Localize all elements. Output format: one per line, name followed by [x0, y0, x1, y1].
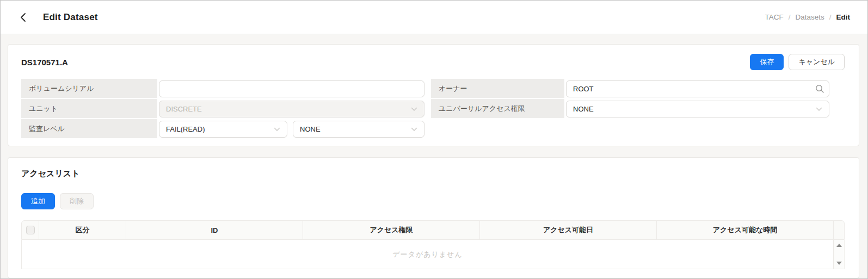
page-title: Edit Dataset	[43, 12, 98, 23]
table-body: データがありません	[21, 240, 845, 269]
volume-serial-field	[157, 79, 431, 99]
access-list-table: 区分 ID アクセス権限 アクセス可能日 アクセス可能な時間 データがありません	[21, 220, 845, 269]
audit-level-secondary-value: NONE	[300, 125, 321, 133]
audit-level-label: 監査レベル	[21, 119, 157, 139]
triangle-up-icon	[836, 244, 842, 247]
chevron-down-icon	[274, 127, 280, 132]
form-row-unit-uacc: ユニット DISCRETE ユニバーサルアクセス権限 NONE	[21, 99, 845, 119]
audit-level-field: FAIL(READ) NONE	[157, 119, 431, 139]
breadcrumb-separator: /	[789, 13, 791, 21]
chevron-left-icon	[20, 13, 26, 22]
page: Edit Dataset TACF / Datasets / Edit DS17…	[0, 0, 868, 279]
unit-select-value: DISCRETE	[166, 105, 202, 113]
back-button[interactable]	[20, 10, 32, 24]
form-row-audit-spacer	[431, 119, 845, 139]
universal-access-label: ユニバーサルアクセス権限	[431, 99, 564, 119]
content-area: DS170571.A 保存 キャンセル ボリュームシリアル オーナー	[1, 34, 867, 278]
breadcrumb-item-edit: Edit	[836, 13, 851, 21]
column-header-accessible-time: アクセス可能な時間	[656, 221, 833, 239]
dataset-name: DS170571.A	[21, 58, 68, 67]
owner-input-wrap	[566, 80, 829, 97]
search-icon	[815, 84, 824, 94]
column-header-accessible-date: アクセス可能日	[479, 221, 656, 239]
universal-access-select-value: NONE	[573, 105, 594, 113]
breadcrumb-item-tacf[interactable]: TACF	[765, 13, 783, 21]
table-header-scrollbar-spacer	[833, 221, 844, 239]
breadcrumb: TACF / Datasets / Edit	[765, 13, 850, 21]
dataset-card-header: DS170571.A 保存 キャンセル	[21, 54, 845, 70]
owner-label: オーナー	[431, 79, 564, 99]
scroll-up-button[interactable]	[835, 243, 843, 248]
access-list-toolbar: 追加 削除	[21, 193, 845, 209]
universal-access-select[interactable]: NONE	[566, 101, 829, 117]
scroll-down-button[interactable]	[835, 261, 843, 266]
select-all-checkbox[interactable]	[26, 226, 35, 234]
volume-serial-input[interactable]	[159, 80, 424, 97]
top-header: Edit Dataset TACF / Datasets / Edit	[1, 1, 867, 34]
form-row-audit: 監査レベル FAIL(READ) NONE	[21, 119, 845, 139]
delete-button[interactable]: 削除	[60, 193, 94, 209]
unit-select: DISCRETE	[159, 101, 424, 117]
table-vertical-scrollbar	[834, 240, 845, 269]
dataset-card: DS170571.A 保存 キャンセル ボリュームシリアル オーナー	[8, 44, 859, 146]
form-row-volume-owner: ボリュームシリアル オーナー	[21, 79, 845, 99]
owner-search-button[interactable]	[814, 83, 826, 95]
table-empty-message: データがありません	[21, 240, 834, 269]
triangle-down-icon	[836, 262, 842, 265]
universal-access-field: NONE	[564, 99, 845, 119]
access-list-card: アクセスリスト 追加 削除 区分 ID アクセス権限 アクセス可能日 アクセス可…	[8, 157, 859, 278]
unit-field: DISCRETE	[157, 99, 431, 119]
volume-serial-label: ボリュームシリアル	[21, 79, 157, 99]
access-list-title: アクセスリスト	[21, 169, 845, 179]
chevron-down-icon	[411, 127, 417, 132]
owner-input[interactable]	[566, 80, 829, 97]
owner-field	[564, 79, 845, 99]
add-button[interactable]: 追加	[21, 193, 55, 209]
column-header-category: 区分	[39, 221, 126, 239]
unit-label: ユニット	[21, 99, 157, 119]
cancel-button[interactable]: キャンセル	[789, 54, 845, 70]
table-header-row: 区分 ID アクセス権限 アクセス可能日 アクセス可能な時間	[21, 220, 845, 240]
audit-level-secondary-select[interactable]: NONE	[293, 121, 424, 138]
breadcrumb-item-datasets[interactable]: Datasets	[795, 13, 824, 21]
audit-level-select-value: FAIL(READ)	[166, 125, 205, 133]
chevron-down-icon	[411, 107, 417, 111]
dataset-actions: 保存 キャンセル	[750, 54, 845, 70]
chevron-down-icon	[816, 107, 822, 111]
column-header-id: ID	[126, 221, 303, 239]
column-header-access-permission: アクセス権限	[303, 221, 479, 239]
audit-level-select[interactable]: FAIL(READ)	[159, 121, 287, 138]
table-header-checkbox-cell	[22, 221, 39, 239]
save-button[interactable]: 保存	[750, 54, 784, 70]
breadcrumb-separator: /	[829, 13, 832, 21]
